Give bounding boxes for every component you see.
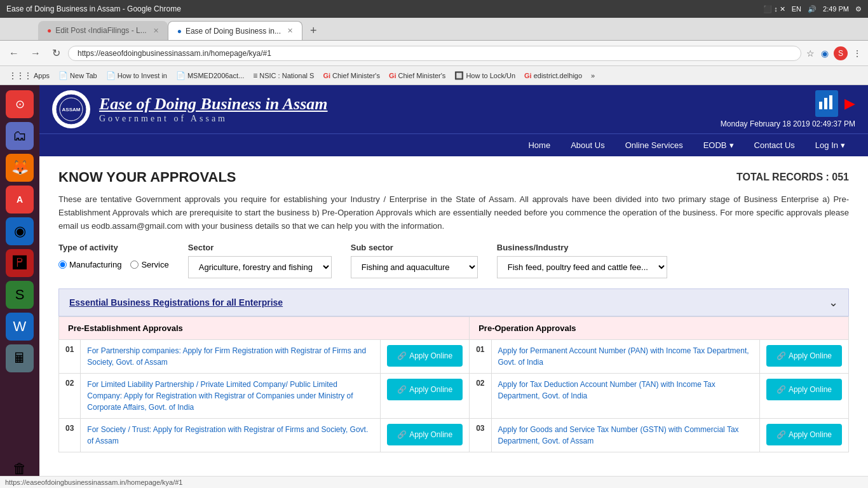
eodb-dropdown-icon: ▾ <box>729 140 734 150</box>
sector-select[interactable]: Agriculture, forestry and fishing <box>188 256 332 278</box>
section-title: Essential Business Registrations for all… <box>69 297 283 308</box>
menu-icon[interactable]: ⋮ <box>851 47 863 60</box>
bookmark-more[interactable]: » <box>587 71 599 81</box>
titlebar-right: ⬛ ↕ ✕ EN 🔊 2:49 PM ⚙ <box>763 5 862 13</box>
lang-indicator: EN <box>792 5 801 13</box>
pre-est-num-1: 01 <box>59 340 81 374</box>
link-icon-4: 🔗 <box>776 385 786 394</box>
bookmark-edistrict[interactable]: Gi edistrict.delhigo <box>520 71 586 81</box>
chart-icon[interactable] <box>815 90 838 117</box>
pre-op-text-2: Apply for Tax Deduction Account Number (… <box>491 374 759 419</box>
doc-icon-2: 📄 <box>106 71 116 80</box>
industry-select[interactable]: Fish feed, poultry feed and cattle fee..… <box>497 256 667 278</box>
lock-icon: 🔲 <box>454 71 464 80</box>
radio-manufacturing-label: Manufacturing <box>69 260 121 269</box>
apply-btn-pre-op-3[interactable]: 🔗 Apply Online <box>766 424 842 445</box>
back-button[interactable]: ← <box>5 46 23 60</box>
taskbar-calculator[interactable]: 🖩 <box>6 344 34 372</box>
refresh-button[interactable]: ↻ <box>48 46 64 60</box>
govt-logo: ASSAM <box>52 90 90 128</box>
address-bar-row: ← → ↻ ☆ ◉ S ⋮ <box>0 41 868 66</box>
col-header-pre-op: Pre-Operation Approvals <box>470 317 849 340</box>
taskbar-presentation[interactable]: 🅿 <box>6 249 34 277</box>
taskbar-files[interactable]: 🗂 <box>6 122 34 150</box>
filter-subsector-label: Sub sector <box>351 243 478 252</box>
tab-eodb[interactable]: ● Ease of Doing Business in... ✕ <box>168 21 302 40</box>
bookmark-invest[interactable]: 📄 How to Invest in <box>102 70 171 81</box>
bookmark-newtab[interactable]: 📄 New Tab <box>55 70 101 81</box>
tab-label-1: Edit Post ‹IndiaFilings - L... <box>55 26 146 35</box>
bookmark-msmed[interactable]: 📄 MSMED2006act... <box>172 70 248 81</box>
apply-btn-pre-est-3[interactable]: 🔗 Apply Online <box>387 424 463 445</box>
apply-btn-pre-est-2[interactable]: 🔗 Apply Online <box>387 379 463 400</box>
taskbar-chrome[interactable]: ◉ <box>6 217 34 245</box>
nav-home[interactable]: Home <box>518 134 560 156</box>
apply-btn-pre-op-2[interactable]: 🔗 Apply Online <box>766 379 842 400</box>
site-header-left: ASSAM Ease of Doing Business in Assam Go… <box>52 90 328 128</box>
link-icon-6: 🔗 <box>776 430 786 439</box>
apply-btn-pre-est-1[interactable]: 🔗 Apply Online <box>387 345 463 367</box>
tab-close-2[interactable]: ✕ <box>287 27 293 35</box>
taskbar-writer[interactable]: W <box>6 313 34 341</box>
taskbar-ubuntu[interactable]: ⊙ <box>6 90 34 118</box>
pre-op-btn-cell-1: 🔗 Apply Online <box>759 340 848 374</box>
bookmark-cm1[interactable]: Gi Chief Minister's <box>319 71 383 81</box>
taskbar-firefox[interactable]: 🦊 <box>6 154 34 182</box>
filter-row: Type of activity Manufacturing Service S <box>58 243 849 278</box>
apply-btn-pre-op-1[interactable]: 🔗 Apply Online <box>766 345 842 367</box>
chrome-icon[interactable]: ◉ <box>820 47 830 60</box>
table-row: 03 For Society / Trust: Apply for Regist… <box>59 419 849 452</box>
radio-manufacturing[interactable]: Manufacturing <box>58 260 121 269</box>
taskbar-text[interactable]: A <box>6 186 34 214</box>
pre-op-text-3: Apply for Goods and Service Tax Number (… <box>491 419 759 452</box>
sound-icon: 🔊 <box>808 5 817 13</box>
svg-text:ASSAM: ASSAM <box>62 107 81 112</box>
taskbar-spreadsheet[interactable]: S <box>6 281 34 309</box>
filter-industry: Business/Industry Fish feed, poultry fee… <box>497 243 667 278</box>
new-tab-button[interactable]: + <box>305 22 322 40</box>
nav-login[interactable]: Log In ▾ <box>805 134 855 156</box>
page-description: These are tentative Government approvals… <box>58 193 849 233</box>
filter-activity-label: Type of activity <box>58 243 169 252</box>
bookmark-apps[interactable]: ⋮⋮⋮ Apps <box>5 70 53 81</box>
account-icon[interactable]: S <box>834 46 848 60</box>
site-nav: Home About Us Online Services EODB ▾ Con… <box>39 133 868 156</box>
tab-close-1[interactable]: ✕ <box>153 27 159 35</box>
tab-indiafilings[interactable]: ● Edit Post ‹IndiaFilings - L... ✕ <box>38 21 168 40</box>
link-icon-2: 🔗 <box>776 351 786 360</box>
nav-about[interactable]: About Us <box>560 134 614 156</box>
star-icon[interactable]: ☆ <box>805 47 816 60</box>
settings-icon[interactable]: ⚙ <box>855 5 862 13</box>
page-header-row: KNOW YOUR APPROVALS TOTAL RECORDS : 051 <box>58 169 849 186</box>
url-input[interactable] <box>68 46 801 61</box>
taskbar: ⊙ 🗂 🦊 A ◉ 🅿 S W 🖩 🗑 <box>0 85 39 488</box>
filter-sector: Sector Agriculture, forestry and fishing <box>188 243 332 278</box>
table-row: 02 For Limited Liability Partnership / P… <box>59 374 849 419</box>
tab-label-2: Ease of Doing Business in... <box>186 27 281 36</box>
bookmark-apps-label: Apps <box>34 72 50 79</box>
site-subtitle: Government of Assam <box>99 114 328 124</box>
pre-op-num-2: 02 <box>470 374 491 419</box>
nav-online-services[interactable]: Online Services <box>615 134 693 156</box>
col-header-pre-est: Pre-Establishment Approvals <box>59 317 470 340</box>
youtube-icon[interactable]: ▶ <box>844 95 855 112</box>
subsector-select[interactable]: Fishing and aquaculture <box>351 256 478 278</box>
pre-est-btn-cell-3: 🔗 Apply Online <box>381 419 470 452</box>
bookmark-cm2[interactable]: Gi Chief Minister's <box>385 71 449 81</box>
bookmark-nsic[interactable]: ≡ NSIC : National S <box>249 70 318 81</box>
page-title: KNOW YOUR APPROVALS <box>58 169 236 186</box>
spreadsheet-icon: S <box>15 287 25 303</box>
bookmark-cm1-label: Chief Minister's <box>332 72 380 79</box>
section-toggle-icon[interactable]: ⌄ <box>829 295 838 309</box>
filter-subsector: Sub sector Fishing and aquaculture <box>351 243 478 278</box>
nav-contact[interactable]: Contact Us <box>744 134 805 156</box>
toolbar-icons: ☆ ◉ S ⋮ <box>805 46 863 60</box>
more-bookmarks-icon: » <box>591 72 595 79</box>
forward-button[interactable]: → <box>27 46 44 60</box>
bookmark-lock[interactable]: 🔲 How to Lock/Un <box>451 70 519 81</box>
radio-service[interactable]: Service <box>130 260 168 269</box>
window-controls: ⬛ ↕ ✕ <box>763 5 785 13</box>
pre-op-num-3: 03 <box>470 419 491 452</box>
nav-eodb[interactable]: EODB ▾ <box>693 134 744 156</box>
link-icon-3: 🔗 <box>397 385 407 394</box>
